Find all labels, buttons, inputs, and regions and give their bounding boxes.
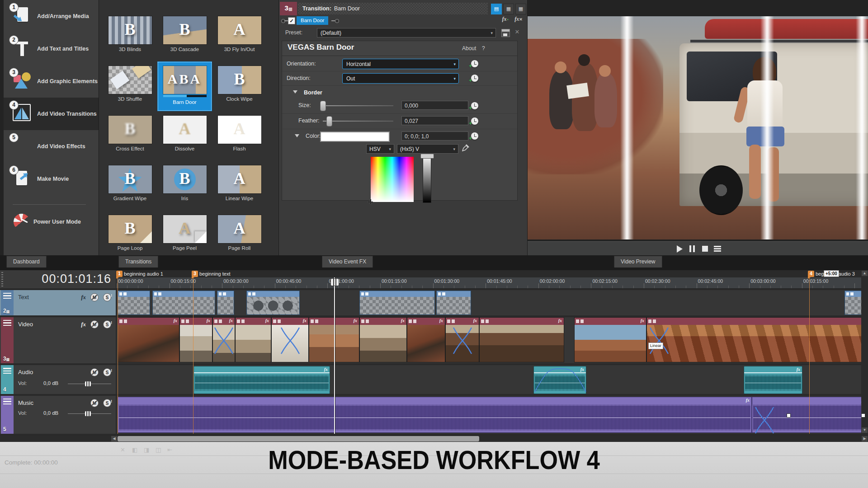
volume-value[interactable]: 0,0 dB — [43, 380, 58, 386]
video-clip[interactable]: fx — [212, 317, 235, 362]
text-clip[interactable] — [118, 291, 150, 315]
size-value-field[interactable]: 0,000 — [401, 101, 468, 110]
track-color-strip[interactable]: 3▥ — [1, 317, 14, 363]
size-slider-track[interactable] — [323, 105, 393, 106]
scroll-up-icon[interactable]: ▲ — [862, 271, 868, 276]
feather-slider-handle[interactable] — [326, 116, 332, 127]
transition-item[interactable]: 3D Shuffle — [103, 61, 157, 111]
track-header-music[interactable]: 5 Music M S! Vol: 0,0 dB — [0, 396, 116, 434]
text-clip[interactable] — [359, 291, 435, 315]
pause-button[interactable] — [689, 245, 695, 252]
color-swatch[interactable] — [320, 131, 390, 142]
volume-slider-handle[interactable] — [85, 411, 91, 416]
tab-video-preview[interactable]: Video Preview — [614, 256, 662, 267]
audio-clip[interactable]: fx — [744, 366, 802, 394]
sidebar-item[interactable]: 6 Make Movie — [4, 163, 99, 195]
save-preset-icon[interactable] — [501, 29, 510, 37]
delete-preset-icon[interactable]: ✕ — [513, 28, 521, 36]
video-clip[interactable]: fx — [179, 317, 212, 362]
envelope-point[interactable] — [861, 413, 865, 418]
sidebar-item[interactable]: 3 Add Graphic Elements — [4, 65, 99, 98]
about-link[interactable]: About — [462, 45, 476, 52]
timecode-display[interactable]: 00:01:01:16 — [42, 272, 111, 286]
audio-clip[interactable]: fx — [533, 366, 586, 394]
text-clip[interactable] — [246, 291, 300, 315]
preview-menu-button[interactable] — [714, 246, 721, 252]
transition-item[interactable]: A 3D Fly In/Out — [212, 12, 267, 61]
animate-keyframe-icon[interactable]: + — [471, 75, 478, 82]
scrollbar-thumb[interactable] — [118, 436, 479, 441]
mute-button[interactable]: M — [90, 399, 99, 407]
video-clip[interactable]: fx — [271, 317, 309, 362]
eyedropper-icon[interactable] — [462, 144, 469, 153]
direction-dropdown[interactable]: Out▾ — [342, 73, 459, 84]
transition-item[interactable]: A Dissolve — [157, 111, 212, 161]
timeline-marker[interactable]: 4 — [808, 271, 814, 277]
feather-value-field[interactable]: 0,027 — [401, 116, 468, 125]
help-link[interactable]: ? — [482, 45, 485, 52]
orientation-dropdown[interactable]: Horizontal▾ — [342, 59, 459, 69]
text-clip[interactable] — [152, 291, 215, 315]
fx-chain-chip[interactable]: Barn Door — [297, 16, 328, 25]
video-clip[interactable]: fx — [407, 317, 445, 362]
color-value-field[interactable]: 0; 0,0; 1,0 — [401, 131, 468, 141]
playhead-handle[interactable] — [330, 278, 339, 286]
mute-button[interactable]: M — [90, 368, 99, 376]
animate-keyframe-icon[interactable]: + — [471, 60, 478, 67]
track-fx-button[interactable]: fx — [81, 294, 86, 301]
video-clip[interactable]: fx — [235, 317, 271, 362]
channel-dropdown[interactable]: (HxS) V▾ — [397, 144, 458, 154]
transition-item[interactable]: B 3D Blinds — [103, 12, 157, 61]
volume-envelope[interactable] — [744, 372, 802, 373]
transition-item[interactable]: B Gradient Wipe — [103, 161, 157, 211]
animate-keyframe-icon[interactable]: + — [471, 117, 478, 125]
tab-video-event-fx[interactable]: Video Event FX — [322, 256, 373, 267]
track-header-audio[interactable]: 4 Audio M S! Vol: 0,0 dB — [0, 365, 116, 394]
sidebar-item[interactable]: 1 Add/Arrange Media — [4, 0, 99, 33]
track-header-text[interactable]: 2▥ Text fx M S! — [0, 290, 116, 315]
animate-keyframe-icon[interactable]: + — [471, 102, 478, 109]
border-section-header[interactable]: Border — [282, 86, 517, 98]
solo-button[interactable]: S! — [103, 368, 111, 376]
play-button[interactable] — [677, 245, 683, 253]
drag-grip-icon[interactable] — [1, 272, 3, 286]
stop-button[interactable] — [702, 246, 708, 252]
sidebar-item[interactable]: 5 Add Video Effects — [4, 130, 99, 163]
color-picker-crosshair[interactable] — [368, 199, 373, 204]
transition-item[interactable]: A Page Roll — [212, 211, 267, 260]
feather-slider-track[interactable] — [323, 121, 393, 122]
track-header-video[interactable]: 3▥ Video fx M S! — [0, 317, 116, 363]
mute-button[interactable]: M — [90, 293, 99, 301]
video-clip[interactable]: fx — [445, 317, 479, 362]
transition-item[interactable]: B Page Loop — [103, 211, 157, 260]
transition-item[interactable]: A Page Peel — [157, 211, 212, 260]
size-slider-handle[interactable] — [320, 101, 326, 111]
transition-item[interactable]: ABA Barn Door — [157, 61, 212, 111]
text-clip[interactable] — [217, 291, 234, 315]
volume-value[interactable]: 0,0 dB — [43, 410, 58, 416]
list-view-button[interactable]: ▤ — [491, 4, 502, 14]
tab-dashboard[interactable]: Dashboard — [6, 256, 47, 267]
power-user-mode-button[interactable]: Power User Mode — [4, 209, 99, 235]
text-clip[interactable] — [436, 291, 471, 315]
volume-envelope[interactable] — [194, 372, 330, 373]
transition-item[interactable]: B Cross Effect — [103, 111, 157, 161]
timeline-marker[interactable]: 1 — [116, 271, 123, 277]
video-clip[interactable]: fx — [359, 317, 407, 362]
fx-enable-checkbox[interactable]: ✓ — [288, 17, 295, 24]
mute-button[interactable]: M — [90, 320, 99, 328]
value-slider-handle[interactable] — [420, 154, 434, 159]
track-color-strip[interactable]: 2▥ — [1, 290, 14, 315]
preset-dropdown[interactable]: (Default)▾ — [317, 28, 496, 38]
transition-item[interactable]: A Linear Wipe — [212, 161, 267, 211]
sidebar-item[interactable]: 4 Add Video Transitions — [4, 98, 99, 130]
track-color-strip[interactable]: 5 — [1, 396, 14, 434]
video-clip[interactable]: fx — [479, 317, 564, 362]
solo-button[interactable]: S! — [103, 320, 111, 328]
track-fx-button[interactable]: fx — [81, 321, 86, 328]
tab-transitions[interactable]: Transitions — [118, 256, 158, 267]
timeline-marker[interactable]: 3 — [192, 271, 198, 277]
value-slider[interactable] — [423, 157, 431, 203]
volume-slider-handle[interactable] — [85, 381, 91, 386]
audio-clip[interactable]: fx — [193, 366, 330, 394]
